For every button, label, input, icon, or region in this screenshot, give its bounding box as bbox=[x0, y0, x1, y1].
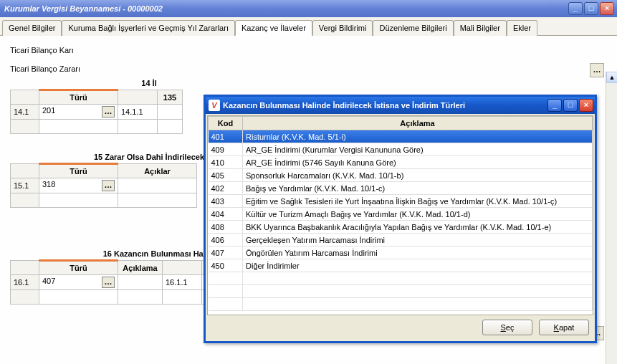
main-titlebar[interactable]: Kurumlar Vergisi Beyannamesi - 00000002 … bbox=[0, 0, 617, 17]
table-row[interactable]: 14.1 201 … 14.1.1 bbox=[11, 105, 183, 120]
app-icon: V bbox=[209, 100, 220, 111]
modal-row-empty[interactable] bbox=[209, 272, 593, 285]
content-area: … Ticari Bilanço Karı Ticari Bilanço Zar… bbox=[0, 36, 617, 364]
modal-cell-aciklama: Sponsorluk Harcamaları (K.V.K. Mad. 10/1… bbox=[243, 169, 593, 182]
modal-title: Kazancın Bulunması Halinde İndirilecek İ… bbox=[223, 101, 547, 110]
modal-dialog: V Kazancın Bulunması Halinde İndirilecek… bbox=[204, 95, 597, 343]
grid-15: Türü Açıklar 15.1 318 … bbox=[10, 163, 197, 208]
modal-row[interactable]: 405Sponsorluk Harcamaları (K.V.K. Mad. 1… bbox=[209, 169, 593, 182]
vertical-scrollbar[interactable]: ▲ ▼ bbox=[606, 72, 617, 364]
maximize-button[interactable]: □ bbox=[584, 2, 598, 15]
modal-cell-kod: 401 bbox=[209, 130, 243, 143]
modal-row[interactable]: 406Gerçekleşen Yatırım Harcaması İndirim… bbox=[209, 234, 593, 246]
ticari-bilanco-zarari-label: Ticari Bilanço Zararı bbox=[10, 64, 611, 73]
modal-cell-kod: 450 bbox=[209, 259, 243, 272]
tab-2[interactable]: Kazanç ve İlaveler bbox=[235, 20, 312, 36]
modal-cell-kod: 403 bbox=[209, 195, 243, 208]
modal-cell-aciklama: Gerçekleşen Yatırım Harcaması İndirimi bbox=[243, 234, 593, 246]
close-button[interactable]: × bbox=[600, 2, 614, 15]
modal-row[interactable]: 403Eğitim ve Sağlık Tesisleri ile Yurt İ… bbox=[209, 195, 593, 208]
modal-row-empty[interactable] bbox=[209, 285, 593, 298]
tab-1[interactable]: Kuruma Bağlı İşyerleri ve Geçmiş Yıl Zar… bbox=[62, 20, 235, 36]
modal-cell-kod: 402 bbox=[209, 182, 243, 195]
modal-col-kod: Kod bbox=[209, 117, 243, 130]
lookup-button[interactable]: … bbox=[102, 106, 115, 118]
modal-cell-aciklama: Risturnlar (K.V.K. Mad. 5/1-i) bbox=[243, 130, 593, 143]
modal-body: Kod Açıklama 401Risturnlar (K.V.K. Mad. … bbox=[206, 114, 595, 341]
modal-maximize-button[interactable]: □ bbox=[563, 99, 578, 112]
modal-col-aciklama: Açıklama bbox=[243, 117, 593, 130]
minimize-button[interactable]: _ bbox=[568, 2, 583, 15]
modal-cell-kod: 410 bbox=[209, 156, 243, 169]
cell-turu[interactable]: 318 … bbox=[39, 178, 118, 193]
row-index: 15.1 bbox=[11, 178, 39, 193]
modal-row-empty[interactable] bbox=[209, 298, 593, 311]
cell-turu[interactable]: 407 … bbox=[39, 275, 118, 290]
modal-cell-kod: 406 bbox=[209, 234, 243, 246]
cell-subidx: 16.1.1 bbox=[163, 275, 202, 290]
grid-14: Türü 135 14.1 201 … 14.1.1 bbox=[10, 89, 183, 134]
modal-cell-kod: 408 bbox=[209, 221, 243, 234]
table-row[interactable] bbox=[11, 120, 183, 134]
modal-cell-kod: 405 bbox=[209, 169, 243, 182]
section-14-header: 14 İl bbox=[42, 79, 257, 87]
tab-4[interactable]: Düzenleme Bilgileri bbox=[373, 20, 453, 36]
modal-close-button[interactable]: × bbox=[579, 99, 593, 112]
modal-cell-kod: 404 bbox=[209, 208, 243, 221]
modal-minimize-button[interactable]: _ bbox=[547, 99, 562, 112]
cell-val2[interactable] bbox=[158, 105, 183, 120]
modal-row[interactable]: 410AR_GE İndirimi (5746 Sayılı Kanuna Gö… bbox=[209, 156, 593, 169]
cell-turu[interactable]: 201 … bbox=[39, 105, 118, 120]
modal-footer: Seç Kapat bbox=[207, 315, 593, 340]
modal-cell-aciklama: Eğitim ve Sağlık Tesisleri ile Yurt İnşa… bbox=[243, 195, 593, 208]
row-index: 16.1 bbox=[11, 275, 39, 290]
modal-cell-kod: 407 bbox=[209, 246, 243, 259]
scroll-up-icon[interactable]: ▲ bbox=[606, 72, 617, 83]
tab-5[interactable]: Mali Bilgiler bbox=[454, 20, 507, 36]
modal-row[interactable]: 450Diğer İndirimler bbox=[209, 259, 593, 272]
modal-row[interactable]: 404Kültür ve Turizm Amaçlı Bağış ve Yard… bbox=[209, 208, 593, 221]
modal-titlebar[interactable]: V Kazancın Bulunması Halinde İndirilecek… bbox=[206, 97, 595, 114]
ticari-bilanco-kari-label: Ticari Bilanço Karı bbox=[10, 46, 611, 54]
modal-cell-aciklama: Bağış ve Yardımlar (K.V.K. Mad. 10/1-c) bbox=[243, 182, 593, 195]
side-ellipsis-1[interactable]: … bbox=[590, 63, 604, 77]
modal-cell-aciklama: AR_GE İndirimi (Kurumlar Vergisi Kanunun… bbox=[243, 143, 593, 156]
lookup-button[interactable]: … bbox=[102, 180, 115, 191]
modal-cell-kod: 409 bbox=[209, 143, 243, 156]
main-title: Kurumlar Vergisi Beyannamesi - 00000002 bbox=[3, 4, 568, 13]
modal-grid[interactable]: Kod Açıklama 401Risturnlar (K.V.K. Mad. … bbox=[207, 115, 593, 315]
tab-3[interactable]: Vergi Bildirimi bbox=[312, 20, 373, 36]
modal-row[interactable]: 408BKK Uyarınca Başbakanlık Aracılığıyla… bbox=[209, 221, 593, 234]
table-row[interactable] bbox=[11, 193, 197, 208]
modal-row[interactable]: 401Risturnlar (K.V.K. Mad. 5/1-i) bbox=[209, 130, 593, 143]
modal-row[interactable]: 402Bağış ve Yardımlar (K.V.K. Mad. 10/1-… bbox=[209, 182, 593, 195]
modal-cell-aciklama: Diğer İndirimler bbox=[243, 259, 593, 272]
cell-subidx: 14.1.1 bbox=[118, 105, 158, 120]
modal-row[interactable]: 407Öngörülen Yatırım Harcaması İndirimi bbox=[209, 246, 593, 259]
col-turu: Türü bbox=[39, 164, 118, 178]
tab-bar: Genel BilgilerKuruma Bağlı İşyerleri ve … bbox=[0, 17, 617, 36]
col-aciklama: Açıklama bbox=[118, 261, 163, 275]
modal-cell-aciklama: BKK Uyarınca Başbakanlık Aracılığıyla Ya… bbox=[243, 221, 593, 234]
tab-0[interactable]: Genel Bilgiler bbox=[2, 20, 62, 36]
col-turu: Türü bbox=[39, 90, 118, 105]
col-135: 135 bbox=[158, 90, 183, 105]
col-aciklama-15: Açıklar bbox=[118, 164, 197, 178]
lookup-button[interactable]: … bbox=[102, 277, 115, 288]
modal-window-buttons: _ □ × bbox=[547, 99, 595, 112]
modal-cell-aciklama: Öngörülen Yatırım Harcaması İndirimi bbox=[243, 246, 593, 259]
table-row[interactable]: 15.1 318 … bbox=[11, 178, 197, 193]
main-window-buttons: _ □ × bbox=[568, 2, 614, 15]
row-index: 14.1 bbox=[11, 105, 39, 120]
modal-row[interactable]: 409AR_GE İndirimi (Kurumlar Vergisi Kanu… bbox=[209, 143, 593, 156]
close-dialog-button[interactable]: Kapat bbox=[539, 320, 589, 335]
modal-cell-aciklama: Kültür ve Turizm Amaçlı Bağış ve Yardıml… bbox=[243, 208, 593, 221]
modal-cell-aciklama: AR_GE İndirimi (5746 Sayılı Kanuna Göre) bbox=[243, 156, 593, 169]
select-button[interactable]: Seç bbox=[482, 320, 532, 335]
col-turu: Türü bbox=[39, 261, 118, 275]
tab-6[interactable]: Ekler bbox=[507, 20, 537, 36]
